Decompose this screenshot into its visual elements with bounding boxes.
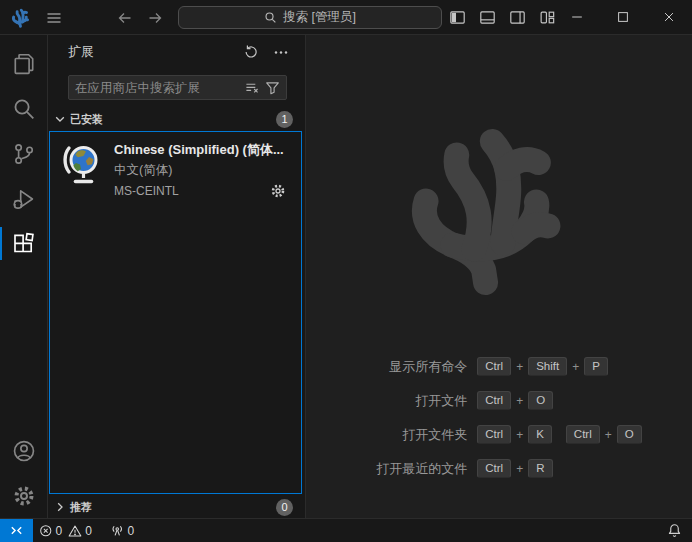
toggle-panel-icon[interactable] — [478, 8, 497, 27]
manage-extension-gear-icon[interactable] — [269, 182, 287, 200]
command-center-search[interactable]: 搜索 [管理员] — [178, 6, 442, 29]
activity-bar — [0, 35, 48, 518]
shortcut-keys: Ctrl+Shift+P — [477, 357, 641, 376]
plus-separator: + — [605, 428, 612, 442]
files-icon — [12, 52, 36, 76]
plus-separator: + — [516, 428, 523, 442]
keybinding-key: R — [528, 459, 552, 478]
error-icon — [39, 524, 53, 538]
keybinding-key: Ctrl — [566, 425, 600, 444]
keybinding-key: O — [528, 391, 553, 410]
extensions-search-box — [68, 75, 287, 100]
section-installed[interactable]: 已安装 1 — [48, 108, 305, 130]
debug-icon — [12, 187, 36, 211]
activitybar-source-control[interactable] — [0, 131, 47, 176]
search-icon — [12, 97, 36, 121]
section-label: 推荐 — [70, 500, 274, 515]
notifications-bell[interactable] — [657, 519, 692, 542]
vscode-window: 搜索 [管理员] — [0, 0, 692, 542]
warning-count: 0 — [85, 524, 92, 538]
keybinding-key: Shift — [528, 357, 567, 376]
shortcut-keys: Ctrl+O — [477, 391, 641, 410]
title-bar: 搜索 [管理员] — [0, 0, 692, 35]
plus-separator: + — [516, 394, 523, 408]
shortcut-label: 打开最近的文件 — [376, 460, 467, 478]
sidebar-actions — [241, 42, 291, 62]
toggle-secondary-sidebar-icon[interactable] — [508, 8, 527, 27]
layout-controls — [448, 8, 557, 27]
sidebar-title: 扩展 — [68, 43, 241, 61]
account-icon — [12, 439, 36, 463]
activitybar-accounts[interactable] — [0, 428, 47, 473]
window-controls — [554, 0, 692, 34]
activitybar-extensions[interactable] — [0, 221, 47, 266]
shortcut-label: 打开文件夹 — [402, 426, 467, 444]
menu-hamburger-icon[interactable] — [44, 8, 64, 28]
ports-count: 0 — [127, 524, 134, 538]
history-navigation — [115, 8, 165, 28]
app-coral-logo-icon — [11, 6, 33, 28]
activitybar-search[interactable] — [0, 86, 47, 131]
more-actions-icon[interactable] — [271, 42, 291, 62]
extensions-icon — [12, 232, 36, 256]
remote-icon — [9, 523, 24, 538]
ports-status[interactable]: 0 — [104, 519, 140, 542]
installed-count-badge: 1 — [276, 111, 293, 128]
clear-search-results-icon[interactable] — [242, 78, 262, 98]
extension-globe-icon — [60, 141, 104, 189]
activitybar-explorer[interactable] — [0, 41, 47, 86]
minimize-icon[interactable] — [554, 0, 600, 34]
shortcut-keys: Ctrl+R — [477, 459, 641, 478]
activitybar-settings[interactable] — [0, 473, 47, 518]
plus-separator: + — [516, 360, 523, 374]
shortcut-label: 显示所有命令 — [389, 358, 467, 376]
plus-separator: + — [516, 462, 523, 476]
warning-icon — [68, 524, 82, 538]
extensions-search-row — [48, 69, 305, 108]
remote-indicator[interactable] — [0, 519, 33, 542]
extension-item-chinese-simplified[interactable]: Chinese (Simplified) (简体... 中文(简体) MS-CE… — [50, 132, 301, 209]
command-center-label: 搜索 [管理员] — [283, 9, 356, 26]
problems-status[interactable]: 0 0 — [33, 519, 98, 542]
activitybar-run-debug[interactable] — [0, 176, 47, 221]
workbench: 扩展 — [0, 35, 692, 518]
toggle-primary-sidebar-icon[interactable] — [448, 8, 467, 27]
coral-watermark-icon — [403, 105, 595, 297]
extensions-sidebar: 扩展 — [48, 35, 306, 518]
extensions-search-input[interactable] — [75, 81, 242, 95]
broadcast-ports-icon — [110, 523, 125, 538]
recommended-count-badge: 0 — [276, 499, 293, 516]
close-icon[interactable] — [646, 0, 692, 34]
chevron-right-icon — [52, 499, 68, 515]
keybinding-key: Ctrl — [477, 357, 511, 376]
activitybar-spacer — [0, 266, 47, 428]
chevron-down-icon — [52, 111, 68, 127]
sidebar-header: 扩展 — [48, 35, 305, 69]
section-recommended[interactable]: 推荐 0 — [48, 496, 305, 518]
search-icon — [264, 11, 277, 24]
editor-area: 显示所有命令Ctrl+Shift+P打开文件Ctrl+O打开文件夹Ctrl+KC… — [306, 35, 692, 518]
keybinding-key: Ctrl — [477, 391, 511, 410]
plus-separator: + — [572, 360, 579, 374]
extensions-list: Chinese (Simplified) (简体... 中文(简体) MS-CE… — [49, 131, 302, 494]
maximize-icon[interactable] — [600, 0, 646, 34]
bell-icon — [667, 523, 682, 538]
keybinding-key: P — [584, 357, 608, 376]
keybinding-key: O — [617, 425, 642, 444]
branch-icon — [12, 142, 36, 166]
refresh-icon[interactable] — [241, 42, 261, 62]
extension-description: 中文(简体) — [114, 162, 295, 179]
shortcut-keys: Ctrl+KCtrl+O — [477, 425, 641, 444]
go-forward-icon[interactable] — [145, 8, 165, 28]
extension-details: Chinese (Simplified) (简体... 中文(简体) MS-CE… — [114, 141, 295, 200]
filter-icon[interactable] — [262, 78, 282, 98]
watermark-shortcuts: 显示所有命令Ctrl+Shift+P打开文件Ctrl+O打开文件夹Ctrl+KC… — [376, 357, 641, 478]
extension-footer: MS-CEINTL — [114, 182, 295, 200]
status-bar: 0 0 0 — [0, 518, 692, 542]
shortcut-label: 打开文件 — [415, 392, 467, 410]
extension-publisher: MS-CEINTL — [114, 184, 269, 198]
keybinding-key: K — [528, 425, 552, 444]
go-back-icon[interactable] — [115, 8, 135, 28]
statusbar-spacer — [140, 519, 657, 542]
section-label: 已安装 — [70, 112, 274, 127]
